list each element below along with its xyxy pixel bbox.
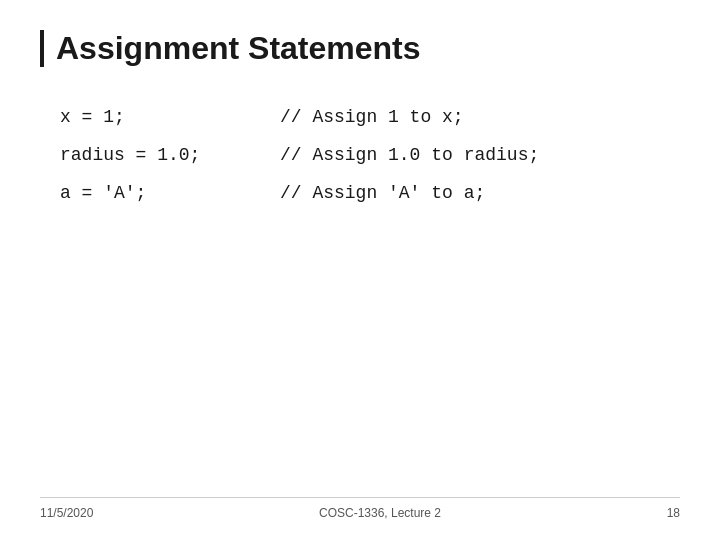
footer-page: 18 — [667, 506, 680, 520]
code-row-3: a = 'A'; // Assign 'A' to a; — [60, 183, 680, 203]
footer-course: COSC-1336, Lecture 2 — [319, 506, 441, 520]
code-comment-2: // Assign 1.0 to radius; — [280, 145, 539, 165]
footer-date: 11/5/2020 — [40, 506, 93, 520]
code-statement-1: x = 1; — [60, 107, 280, 127]
code-comment-3: // Assign 'A' to a; — [280, 183, 485, 203]
code-statement-3: a = 'A'; — [60, 183, 280, 203]
slide: Assignment Statements x = 1; // Assign 1… — [0, 0, 720, 540]
code-row-2: radius = 1.0; // Assign 1.0 to radius; — [60, 145, 680, 165]
code-section: x = 1; // Assign 1 to x; radius = 1.0; /… — [40, 107, 680, 497]
code-comment-1: // Assign 1 to x; — [280, 107, 464, 127]
slide-title: Assignment Statements — [40, 30, 680, 67]
code-statement-2: radius = 1.0; — [60, 145, 280, 165]
code-row-1: x = 1; // Assign 1 to x; — [60, 107, 680, 127]
slide-footer: 11/5/2020 COSC-1336, Lecture 2 18 — [40, 497, 680, 520]
